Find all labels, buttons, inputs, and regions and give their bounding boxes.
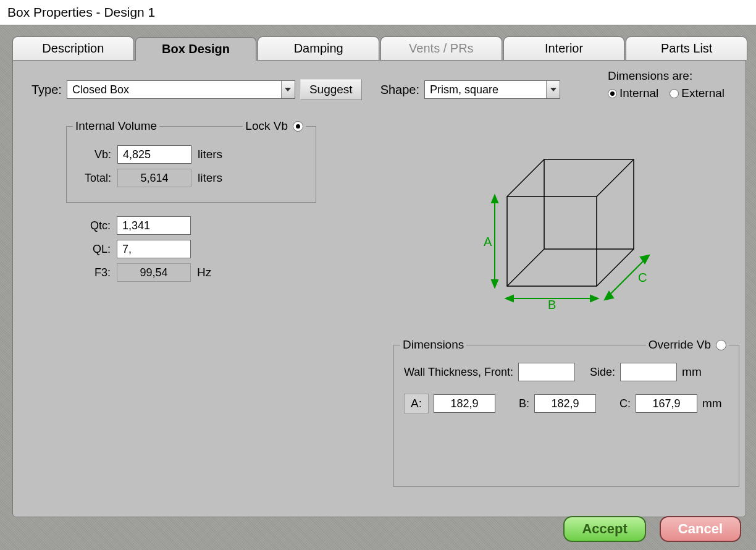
lock-vb-radio[interactable] [293,121,303,132]
internal-volume-legend: Internal Volume [73,119,159,133]
title-bar: Box Properties - Design 1 [0,0,756,25]
dim-a-label: A: [404,394,429,413]
svg-line-3 [597,159,634,197]
dim-c-label: C: [620,397,631,410]
chevron-down-icon [281,81,295,98]
total-value: 5,614 [117,169,191,187]
f3-value: 99,54 [117,263,191,282]
total-unit: liters [198,171,222,185]
side-label: Side: [590,366,615,379]
radio-dot-icon [670,89,679,98]
qtc-label: Qtc: [82,219,111,232]
cube-label-b: B [548,298,556,311]
shape-value: Prism, square [425,83,546,96]
dialog-frame: Description Box Design Damping Vents / P… [0,25,756,550]
chevron-down-icon [546,81,560,98]
dim-a-value: 182,9 [434,394,495,413]
tab-strip: Description Box Design Damping Vents / P… [12,36,747,60]
vb-label: Vb: [77,148,111,161]
wall-side-input[interactable] [620,363,677,381]
cube-diagram: A B C [470,147,668,332]
window-title: Box Properties - Design 1 [7,5,155,19]
svg-marker-7 [492,195,498,203]
box-design-panel: Dimensions are: Internal External Type: … [12,60,746,517]
internal-volume-group: Internal Volume Lock Vb Vb: 4,825 liters… [66,126,316,203]
radio-internal-label: Internal [620,87,658,100]
wall-thickness-label: Wall Thickness, Front: [404,366,513,379]
lock-vb-label: Lock Vb [245,119,288,133]
svg-line-5 [597,249,634,286]
override-vb-radio[interactable] [716,340,726,350]
tab-vents-prs[interactable]: Vents / PRs [380,36,502,60]
shape-combo[interactable]: Prism, square [424,80,560,99]
override-vb-group: Override Vb [646,338,729,352]
dim-c-value: 167,9 [636,394,697,413]
dimensions-group: Dimensions Override Vb Wall Thickness, F… [393,345,739,487]
total-label: Total: [77,172,111,185]
tab-damping[interactable]: Damping [258,36,379,60]
mm-unit: mm [682,365,702,379]
suggest-button[interactable]: Suggest [300,79,362,100]
svg-marker-8 [492,280,498,287]
footer-buttons: Accept Cancel [563,516,741,542]
dimensions-are-label: Dimensions are: [608,69,724,83]
tab-parts-list[interactable]: Parts List [626,36,747,60]
qtc-input[interactable]: 1,341 [117,216,191,235]
radio-dot-icon [608,89,617,98]
radio-internal[interactable]: Internal [608,87,658,100]
vb-unit: liters [198,148,222,161]
type-value: Closed Box [67,83,281,96]
tab-description[interactable]: Description [12,36,134,60]
lock-vb-group: Lock Vb [243,119,306,133]
mm-unit: mm [702,397,722,410]
dim-b-label: B: [519,397,529,410]
ql-label: QL: [82,243,111,256]
radio-external[interactable]: External [670,87,724,100]
svg-marker-10 [506,295,513,302]
f3-label: F3: [82,266,111,279]
override-vb-label: Override Vb [649,338,711,352]
cube-label-c: C [638,271,647,284]
ql-input[interactable]: 7, [117,240,191,258]
tab-interior[interactable]: Interior [503,36,625,60]
vb-input[interactable]: 4,825 [117,145,191,164]
f3-unit: Hz [197,266,211,279]
cube-label-a: A [484,235,492,248]
type-combo[interactable]: Closed Box [67,80,295,99]
wall-front-input[interactable] [518,363,575,381]
radio-external-label: External [681,87,724,100]
svg-marker-11 [590,295,598,302]
svg-line-4 [507,249,544,286]
cancel-button[interactable]: Cancel [660,516,741,542]
accept-button[interactable]: Accept [563,516,645,542]
dimensions-are-group: Dimensions are: Internal External [608,69,724,100]
tab-box-design[interactable]: Box Design [135,37,257,61]
dim-b-value: 182,9 [534,394,596,413]
shape-label: Shape: [380,83,419,97]
type-label: Type: [32,83,62,97]
dimensions-legend: Dimensions [400,338,466,352]
svg-line-2 [507,159,544,197]
